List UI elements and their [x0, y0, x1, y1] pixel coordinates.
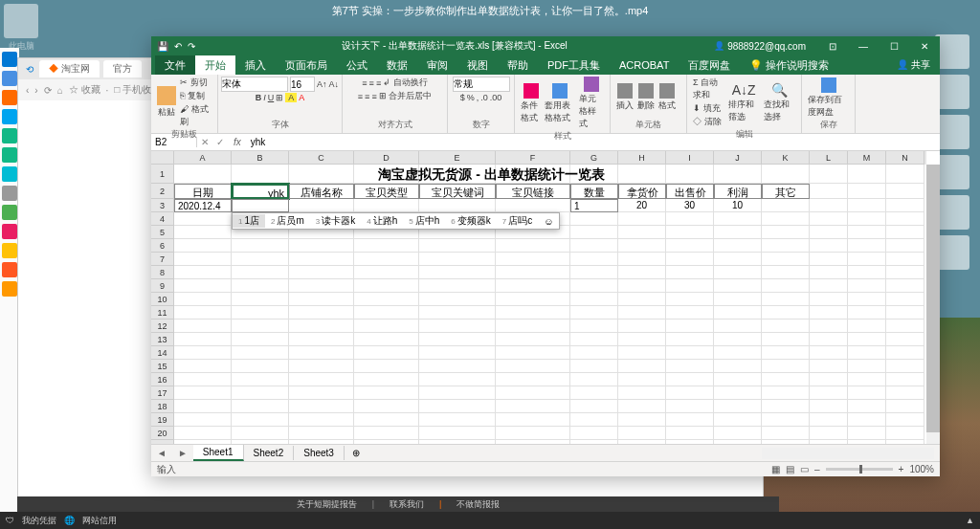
cell[interactable] [618, 386, 666, 400]
formula-bar[interactable]: yhk [247, 137, 940, 147]
cell[interactable] [289, 413, 354, 427]
cell[interactable] [289, 400, 354, 413]
edge-icon[interactable] [2, 52, 17, 67]
cell[interactable] [496, 239, 570, 253]
cell[interactable] [886, 199, 924, 212]
ime-candidate[interactable]: 5店中h [403, 214, 445, 228]
brush-button[interactable]: 🖌 格式刷 [180, 103, 212, 128]
align-left-icon[interactable]: ≡ [358, 92, 363, 101]
row-header-11[interactable]: 11 [151, 306, 174, 320]
cell[interactable] [496, 293, 570, 306]
cell[interactable] [419, 346, 496, 360]
browser-tab[interactable]: ◆ 淘宝网 [39, 60, 100, 77]
cell[interactable] [496, 199, 570, 212]
cell[interactable] [570, 306, 618, 320]
cell[interactable] [666, 239, 714, 253]
ime-emoji-icon[interactable]: ☺ [538, 216, 559, 227]
cell[interactable] [848, 360, 886, 373]
fill-color-button[interactable]: A [285, 93, 297, 102]
col-header-G[interactable]: G [570, 151, 618, 165]
font-color-button[interactable]: A [299, 93, 304, 102]
cell[interactable] [618, 226, 666, 239]
cell[interactable] [666, 413, 714, 427]
tab-data[interactable]: 数据 [377, 55, 417, 76]
col-header-M[interactable]: M [848, 151, 886, 165]
cell[interactable] [570, 239, 618, 253]
zoom-out[interactable]: – [814, 464, 820, 474]
cell[interactable]: 宝贝链接 [496, 184, 570, 199]
cell[interactable] [354, 199, 419, 212]
cell[interactable] [848, 293, 886, 306]
cell[interactable] [714, 440, 762, 444]
cell[interactable]: 2020.12.4 [174, 199, 232, 212]
cell[interactable] [714, 413, 762, 427]
cell[interactable] [848, 320, 886, 333]
cell[interactable] [496, 386, 570, 400]
cell[interactable] [570, 427, 618, 440]
save-baidu-button[interactable]: 保存到百度网盘 [808, 77, 849, 119]
cell[interactable] [354, 253, 419, 266]
cell[interactable] [289, 266, 354, 279]
cell[interactable] [174, 266, 232, 279]
cell[interactable] [714, 333, 762, 346]
desktop-icon[interactable] [935, 195, 969, 230]
cell[interactable] [762, 360, 810, 373]
tab-review[interactable]: 审阅 [417, 55, 457, 76]
app-icon[interactable] [2, 71, 17, 86]
select-all-corner[interactable] [151, 151, 174, 165]
app-icon[interactable] [2, 262, 17, 277]
cell[interactable]: 宝贝类型 [354, 184, 419, 199]
cell[interactable] [810, 320, 848, 333]
cell[interactable] [419, 239, 496, 253]
tab-insert[interactable]: 插入 [235, 55, 276, 76]
row-header-17[interactable]: 17 [151, 386, 174, 400]
cell[interactable] [666, 333, 714, 346]
cell[interactable] [354, 440, 419, 444]
cell[interactable] [419, 400, 496, 413]
cell[interactable] [618, 320, 666, 333]
cell[interactable] [848, 199, 886, 212]
fx-icon[interactable]: fx [228, 137, 247, 147]
cell[interactable] [419, 199, 496, 212]
cell[interactable] [762, 400, 810, 413]
bold-button[interactable]: B [256, 93, 262, 102]
cell[interactable] [762, 279, 810, 293]
sort-button[interactable]: A↓Z排序和筛选 [728, 82, 760, 123]
cell[interactable] [570, 440, 618, 444]
nav-back[interactable]: ‹ [26, 85, 29, 96]
cell[interactable] [232, 373, 289, 386]
cell[interactable] [886, 184, 924, 199]
undo-icon[interactable]: ↶ [174, 41, 182, 52]
desktop-icon[interactable] [935, 34, 969, 69]
cell[interactable] [496, 400, 570, 413]
cell[interactable] [848, 279, 886, 293]
cell[interactable] [810, 226, 848, 239]
cell[interactable] [810, 373, 848, 386]
tab-view[interactable]: 视图 [457, 55, 498, 76]
cell[interactable] [886, 293, 924, 306]
cell[interactable] [419, 373, 496, 386]
cell[interactable] [232, 253, 289, 266]
cell[interactable] [886, 440, 924, 444]
tab-formula[interactable]: 公式 [337, 55, 377, 76]
align-center-icon[interactable]: ≡ [365, 92, 369, 101]
cell[interactable] [419, 413, 496, 427]
cell[interactable] [762, 440, 810, 444]
ribbon-options-icon[interactable]: ⊡ [819, 36, 846, 55]
cell[interactable] [419, 266, 496, 279]
nav-fwd[interactable]: › [34, 85, 37, 96]
cell[interactable] [666, 293, 714, 306]
view-normal-icon[interactable]: ▦ [771, 464, 780, 474]
cell[interactable] [232, 306, 289, 320]
cell[interactable] [496, 360, 570, 373]
row-header-12[interactable]: 12 [151, 320, 174, 333]
inc-decimal-icon[interactable]: .0 [480, 93, 488, 102]
minimize-button[interactable]: — [850, 36, 877, 55]
app-icon[interactable] [2, 186, 17, 201]
cell[interactable] [848, 346, 886, 360]
cell[interactable] [232, 400, 289, 413]
cell[interactable]: 1 [570, 199, 618, 212]
app-icon[interactable] [2, 109, 17, 124]
cell[interactable] [289, 427, 354, 440]
cell[interactable]: 数量 [570, 184, 618, 199]
